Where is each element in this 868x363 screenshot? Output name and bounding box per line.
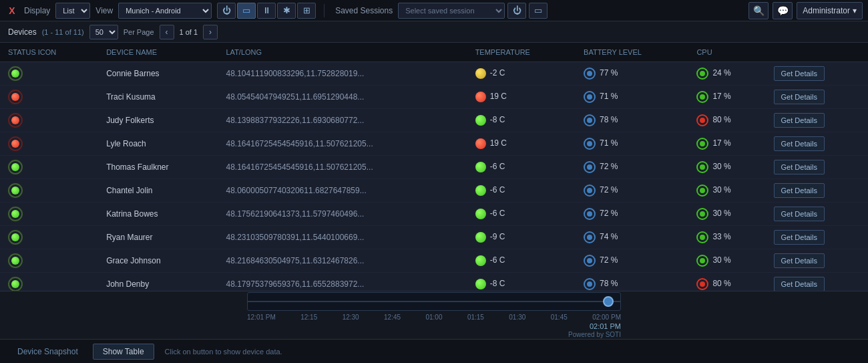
get-details-button[interactable]: Get Details (774, 90, 825, 104)
session-window-icon[interactable]: ▭ (529, 3, 548, 19)
latlong-cell: 48.17975379659376,11.6552883972... (218, 273, 467, 291)
notification-button[interactable]: 💬 (773, 2, 793, 19)
battery-value: 72 % (600, 209, 618, 218)
table-row: John Denby48.17975379659376,11.655288397… (0, 273, 868, 291)
status-cell (0, 203, 98, 226)
temperature-cell: -6 C (467, 179, 576, 203)
battery-value: 78 % (600, 279, 618, 288)
cpu-icon (696, 91, 708, 103)
timeline-label: 01:45 (551, 314, 568, 321)
device-name-cell: Chantel Jolin (98, 179, 218, 203)
search-button[interactable]: 🔍 (748, 2, 769, 19)
latlong-cell: 48.06000507740320611.6827647859... (218, 179, 467, 203)
action-cell: Get Details (766, 132, 868, 156)
session-power-icon[interactable]: ⏻ (507, 3, 526, 19)
device-name-cell: Judy Folkerts (98, 109, 218, 132)
battery-icon (584, 208, 596, 220)
timeline-label: 01:00 (425, 314, 442, 321)
latlong-cell: 48.21684630504975,11.6312467826... (218, 249, 467, 273)
prev-page-button[interactable]: ‹ (160, 25, 174, 39)
col-battery: BATTERY LEVEL (576, 43, 688, 62)
get-details-button[interactable]: Get Details (774, 277, 825, 291)
per-page-select[interactable]: 50 (89, 25, 118, 39)
battery-cell: 72 % (576, 249, 688, 273)
cpu-cell: 30 % (688, 249, 765, 273)
get-details-button[interactable]: Get Details (774, 66, 825, 81)
next-page-button[interactable]: › (203, 25, 218, 39)
temperature-cell: -9 C (467, 226, 576, 249)
timeline-label: 01:15 (467, 314, 484, 321)
session-dropdown[interactable]: Select saved session (398, 3, 505, 19)
cpu-icon (696, 68, 708, 80)
per-page-label: Per Page (124, 28, 154, 36)
table-row: Lyle Roach48.16416725454545916,11.507621… (0, 132, 868, 156)
show-table-tab[interactable]: Show Table (93, 344, 154, 360)
cpu-icon (696, 161, 708, 173)
logo: X (5, 4, 19, 17)
battery-cell: 78 % (576, 109, 688, 132)
device-snapshot-tab[interactable]: Device Snapshot (8, 344, 87, 359)
status-cell (0, 109, 98, 132)
cpu-value: 33 % (712, 232, 730, 241)
cpu-value: 80 % (712, 279, 730, 288)
status-cell (0, 132, 98, 156)
user-name: Administrator (803, 6, 850, 15)
saved-sessions-label: Saved Sessions (335, 6, 393, 15)
get-details-button[interactable]: Get Details (774, 230, 825, 245)
cpu-icon (696, 185, 708, 197)
battery-cell: 78 % (576, 273, 688, 291)
get-details-button[interactable]: Get Details (774, 207, 825, 221)
status-dot (8, 160, 23, 174)
temp-value: -8 C (490, 279, 505, 288)
view-select[interactable]: Munich - Android (118, 3, 212, 19)
status-dot (8, 230, 23, 245)
cpu-value: 30 % (712, 162, 730, 171)
icon-group: ⏻ ▭ ⏸ ✱ ⊞ (217, 3, 316, 19)
display-select[interactable]: List (55, 3, 90, 19)
device-name-cell: Lyle Roach (98, 132, 218, 156)
divider (324, 4, 324, 17)
monitor-icon[interactable]: ▭ (237, 3, 256, 19)
devices-count: (1 - 11 of 11) (42, 28, 84, 36)
temp-value: -6 C (490, 185, 505, 195)
action-cell: Get Details (766, 179, 868, 203)
timeline-wrap: 12:01 PM12:1512:3012:4501:0001:1501:3001… (0, 291, 868, 339)
action-cell: Get Details (766, 156, 868, 179)
get-details-button[interactable]: Get Details (774, 183, 825, 198)
latlong-cell: 48.104111900833296,11.752828019... (218, 62, 467, 86)
temp-value: -9 C (490, 232, 505, 241)
battery-icon (584, 91, 596, 103)
cpu-icon (696, 208, 708, 220)
cpu-cell: 24 % (688, 62, 765, 86)
cpu-cell: 17 % (688, 132, 765, 156)
get-details-button[interactable]: Get Details (774, 160, 825, 174)
status-cell (0, 179, 98, 203)
table-row: Judy Folkerts48.13988377932226,11.693068… (0, 109, 868, 132)
temperature-cell: -2 C (467, 62, 576, 86)
timeline-handle[interactable] (603, 296, 614, 307)
temp-dot (475, 115, 486, 126)
cpu-cell: 30 % (688, 203, 765, 226)
cpu-value: 80 % (712, 115, 730, 124)
page-info: 1 of 1 (180, 28, 198, 36)
get-details-button[interactable]: Get Details (774, 113, 825, 128)
user-menu-button[interactable]: Administrator ▾ (797, 2, 863, 19)
settings-icon[interactable]: ✱ (277, 3, 296, 19)
timeline-label: 02:00 PM (592, 314, 621, 321)
col-temp: TEMPERATURE (467, 43, 576, 62)
cpu-value: 30 % (712, 209, 730, 218)
cpu-value: 30 % (712, 255, 730, 265)
cpu-cell: 80 % (688, 273, 765, 291)
get-details-button[interactable]: Get Details (774, 136, 825, 151)
temp-dot (475, 68, 486, 79)
status-cell (0, 62, 98, 86)
grid-icon[interactable]: ⊞ (297, 3, 316, 19)
power-icon[interactable]: ⏻ (217, 3, 236, 19)
battery-cell: 77 % (576, 62, 688, 86)
timeline-bar[interactable] (247, 292, 621, 311)
get-details-button[interactable]: Get Details (774, 253, 825, 268)
device-name-cell: Thomas Faulkner (98, 156, 218, 179)
status-dot (8, 253, 23, 268)
pause-icon[interactable]: ⏸ (257, 3, 276, 19)
latlong-cell: 48.23103509780391,11.5440100669... (218, 226, 467, 249)
